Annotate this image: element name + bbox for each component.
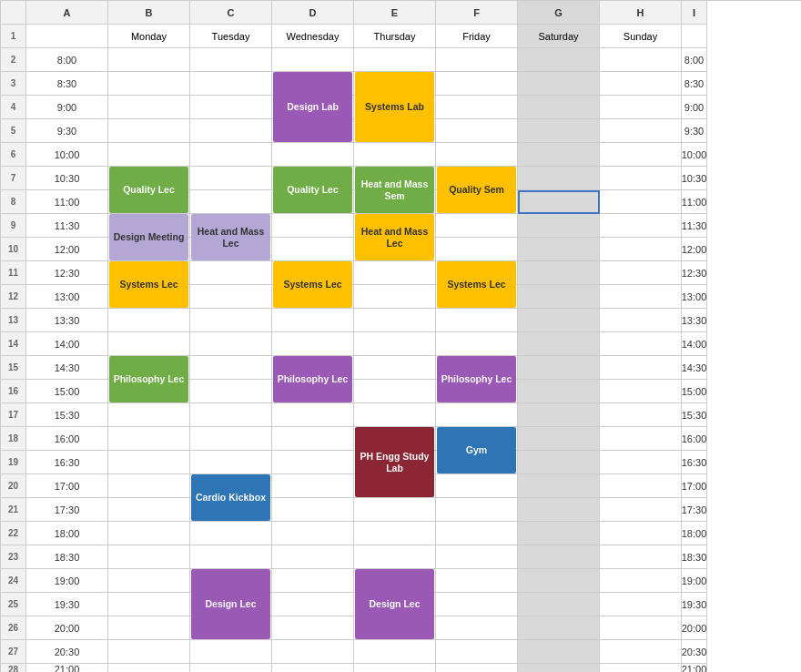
event-heat-mass-lec-tue[interactable]: Heat and Mass Lec	[191, 214, 270, 260]
event-quality-lec-mon[interactable]: Quality Lec	[109, 167, 188, 213]
cell-e27[interactable]	[354, 640, 436, 664]
cell-g6[interactable]	[518, 143, 600, 167]
cell-g25[interactable]	[518, 593, 600, 616]
cell-d27[interactable]	[272, 640, 354, 664]
cell-c23[interactable]	[190, 545, 272, 569]
cell-c27[interactable]	[190, 640, 272, 664]
cell-h14[interactable]	[600, 332, 682, 356]
cell-g19[interactable]	[518, 451, 600, 474]
cell-g11[interactable]	[518, 261, 600, 285]
cell-h26[interactable]	[600, 616, 682, 640]
cell-e14[interactable]	[354, 332, 436, 356]
cell-c3[interactable]	[190, 72, 272, 96]
cell-d9[interactable]	[272, 214, 354, 238]
cell-b5[interactable]	[108, 119, 190, 143]
cell-f14[interactable]	[436, 332, 518, 356]
cell-f5[interactable]	[436, 119, 518, 143]
cell-b20[interactable]	[108, 474, 190, 498]
cell-b3[interactable]	[108, 72, 190, 96]
cell-f1-friday[interactable]: Friday	[436, 25, 518, 48]
cell-f23[interactable]	[436, 545, 518, 569]
cell-e18-ph-engg[interactable]: PH Engg Study Lab	[354, 427, 436, 451]
cell-g10[interactable]	[518, 238, 600, 261]
cell-f21[interactable]	[436, 498, 518, 522]
event-systems-lab-thu[interactable]: Systems Lab	[355, 72, 434, 142]
cell-d14[interactable]	[272, 332, 354, 356]
cell-d25[interactable]	[272, 593, 354, 616]
event-design-lab-wed[interactable]: Design Lab	[273, 72, 352, 142]
cell-e17[interactable]	[354, 403, 436, 427]
cell-c20-cardio-kickbox[interactable]: Cardio Kickbox	[190, 474, 272, 498]
cell-e11[interactable]	[354, 261, 436, 285]
cell-h3[interactable]	[600, 72, 682, 96]
cell-f25[interactable]	[436, 593, 518, 616]
cell-c16[interactable]	[190, 380, 272, 403]
event-systems-lec-wed[interactable]: Systems Lec	[273, 261, 352, 308]
cell-h25[interactable]	[600, 593, 682, 616]
col-header-b[interactable]: B	[108, 1, 190, 25]
cell-c11[interactable]	[190, 261, 272, 285]
col-header-g[interactable]: G	[518, 1, 600, 25]
cell-b15-philosophy-lec-mon[interactable]: Philosophy Lec	[108, 356, 190, 380]
cell-f9[interactable]	[436, 214, 518, 238]
cell-g1-saturday[interactable]: Saturday	[518, 25, 600, 48]
cell-e7-heat-mass-sem[interactable]: Heat and Mass Sem	[354, 167, 436, 190]
cell-d21[interactable]	[272, 498, 354, 522]
cell-f10[interactable]	[436, 238, 518, 261]
cell-f3[interactable]	[436, 72, 518, 96]
cell-h1-sunday[interactable]: Sunday	[600, 25, 682, 48]
cell-f6[interactable]	[436, 143, 518, 167]
cell-h4[interactable]	[600, 96, 682, 119]
cell-e2[interactable]	[354, 48, 436, 72]
cell-h18[interactable]	[600, 427, 682, 451]
cell-c28[interactable]	[190, 664, 272, 672]
cell-g28[interactable]	[518, 664, 600, 672]
event-design-lec-tue[interactable]: Design Lec	[191, 569, 270, 639]
cell-g24[interactable]	[518, 569, 600, 593]
cell-b28[interactable]	[108, 664, 190, 672]
cell-h5[interactable]	[600, 119, 682, 143]
cell-g27[interactable]	[518, 640, 600, 664]
cell-f11-systems-lec-fri[interactable]: Systems Lec	[436, 261, 518, 285]
cell-h6[interactable]	[600, 143, 682, 167]
cell-c13[interactable]	[190, 309, 272, 332]
cell-b23[interactable]	[108, 545, 190, 569]
cell-g23[interactable]	[518, 545, 600, 569]
cell-g2[interactable]	[518, 48, 600, 72]
cell-h20[interactable]	[600, 474, 682, 498]
cell-b9-design-meeting[interactable]: Design Meeting	[108, 214, 190, 238]
cell-c19[interactable]	[190, 451, 272, 474]
cell-b11-systems-lec-mon[interactable]: Systems Lec	[108, 261, 190, 285]
cell-g12[interactable]	[518, 285, 600, 309]
cell-f27[interactable]	[436, 640, 518, 664]
event-ph-engg-study-lab[interactable]: PH Engg Study Lab	[355, 427, 434, 497]
cell-e3-systems-lab[interactable]: Systems Lab	[354, 72, 436, 96]
cell-f2[interactable]	[436, 48, 518, 72]
cell-d13[interactable]	[272, 309, 354, 332]
cell-d17[interactable]	[272, 403, 354, 427]
col-header-a[interactable]: A	[26, 1, 108, 25]
cell-e21[interactable]	[354, 498, 436, 522]
cell-e9-heat-mass-lec-thu[interactable]: Heat and Mass Lec	[354, 214, 436, 238]
cell-b1-monday[interactable]: Monday	[108, 25, 190, 48]
cell-c12[interactable]	[190, 285, 272, 309]
event-quality-sem-fri[interactable]: Quality Sem	[437, 167, 516, 213]
cell-h28[interactable]	[600, 664, 682, 672]
cell-b17[interactable]	[108, 403, 190, 427]
cell-e13[interactable]	[354, 309, 436, 332]
cell-d7-quality-lec-wed[interactable]: Quality Lec	[272, 167, 354, 190]
col-header-f[interactable]: F	[436, 1, 518, 25]
cell-b19[interactable]	[108, 451, 190, 474]
cell-g21[interactable]	[518, 498, 600, 522]
event-quality-lec-wed[interactable]: Quality Lec	[273, 167, 352, 213]
cell-h12[interactable]	[600, 285, 682, 309]
cell-c18[interactable]	[190, 427, 272, 451]
event-systems-lec-fri[interactable]: Systems Lec	[437, 261, 516, 308]
cell-d19[interactable]	[272, 451, 354, 474]
cell-c5[interactable]	[190, 119, 272, 143]
cell-g26[interactable]	[518, 616, 600, 640]
cell-h9[interactable]	[600, 214, 682, 238]
cell-h21[interactable]	[600, 498, 682, 522]
col-header-c[interactable]: C	[190, 1, 272, 25]
event-cardio-kickbox-tue[interactable]: Cardio Kickbox	[191, 474, 270, 521]
